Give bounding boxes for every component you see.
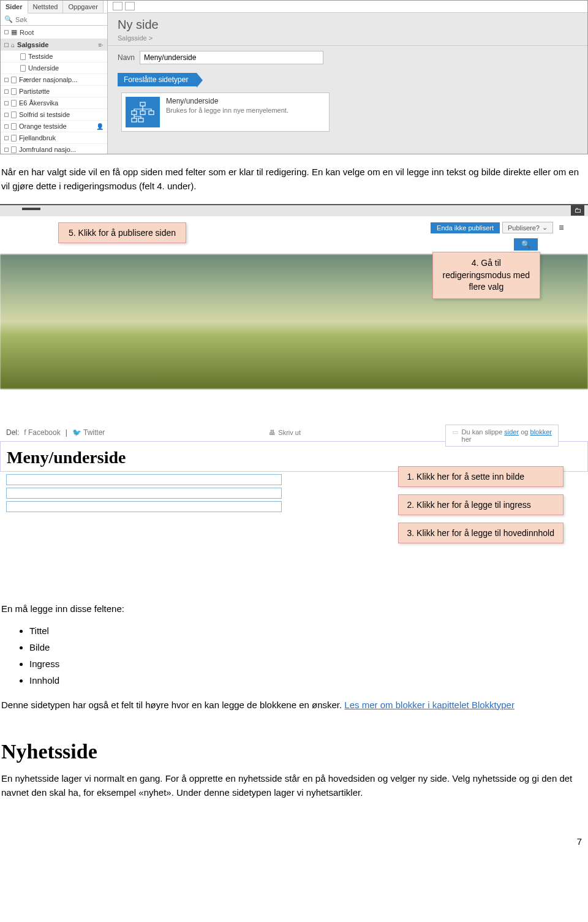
- callout-1: 1. Klikk her for å sette inn bilde: [398, 466, 564, 487]
- fields-list: Tittel Bilde Ingress Innhold: [0, 622, 588, 698]
- page-icon: [20, 65, 26, 72]
- tab-nettsted[interactable]: Nettsted: [28, 1, 64, 13]
- topbar: [108, 1, 587, 13]
- print-link[interactable]: 🖶Skriv ut: [269, 429, 301, 436]
- list-item: Bilde: [29, 639, 588, 656]
- twitter-link[interactable]: 🐦 Twitter: [72, 428, 105, 437]
- page-icon: [11, 77, 17, 83]
- callout-4: 4. Gå til redigeringsmodus med flere val…: [432, 252, 540, 299]
- tab-sider[interactable]: Sider: [1, 1, 28, 13]
- svg-rect-1: [132, 111, 137, 115]
- block-drop-zone[interactable]: ▭ Du kan slippe sider og blokker her: [445, 425, 559, 447]
- pin-icon[interactable]: [113, 2, 123, 10]
- page-icon: [11, 100, 17, 107]
- paragraph-intro: Når en har valgt side vil en få opp side…: [0, 154, 588, 204]
- tree-item[interactable]: Testside: [1, 51, 107, 62]
- search-button[interactable]: 🔍: [514, 238, 538, 251]
- callout-2: 2. Klikk her for å legge til ingress: [398, 494, 564, 515]
- page-icon: [11, 111, 17, 118]
- tree-item[interactable]: Partistøtte: [1, 86, 107, 97]
- list-item: Ingress: [29, 656, 588, 672]
- page-tree: ⌂ Salgsside ≡· Testside Underside Færder…: [1, 39, 107, 154]
- fields-intro: En må legge inn disse feltene:: [0, 590, 588, 622]
- list-item: Innhold: [29, 672, 588, 689]
- suggested-types-label: Foreslåtte sidetyper: [118, 73, 197, 86]
- sidetype-para: Denne sidetypen har også et felt til høy…: [0, 698, 588, 719]
- page-icon: [20, 53, 26, 60]
- svg-rect-3: [149, 111, 154, 115]
- page-number: 7: [0, 812, 588, 853]
- screenshot-new-page: Sider Nettsted Oppgaver 🔍 Søk ▦ Root ⌂ S…: [0, 0, 588, 154]
- type-info: Meny/underside Brukes for å legge inn ny…: [166, 97, 288, 127]
- page-icon: [11, 123, 17, 130]
- list-icon[interactable]: ≣: [556, 221, 567, 234]
- blokktyper-link[interactable]: Les mer om blokker i kapittelet Blokktyp…: [344, 700, 514, 710]
- publish-bar: Enda ikke publisert Publisere?⌄ ≣: [431, 221, 567, 234]
- svg-rect-4: [132, 118, 137, 122]
- tree-item[interactable]: Underside: [1, 62, 107, 74]
- search-row[interactable]: 🔍 Søk: [1, 13, 107, 26]
- content-field[interactable]: [6, 501, 282, 512]
- folder-icon[interactable]: 🗀: [571, 205, 584, 216]
- tab-oppgaver[interactable]: Oppgaver: [63, 1, 103, 13]
- type-desc: Brukes for å legge inn nye menyelement.: [166, 107, 288, 114]
- user-icon: 👤: [96, 123, 104, 130]
- print-icon: 🖶: [269, 429, 276, 436]
- search-icon: 🔍: [521, 240, 530, 249]
- right-panel: Ny side Salgsside > Navn Foreslåtte side…: [108, 1, 587, 154]
- list-item: Tittel: [29, 622, 588, 639]
- facebook-link[interactable]: f Facebook: [24, 428, 60, 437]
- svg-rect-5: [138, 118, 143, 122]
- publish-button[interactable]: Publisere?⌄: [502, 222, 553, 233]
- root-label: Root: [20, 29, 34, 36]
- search-icon: 🔍: [4, 15, 13, 23]
- new-page-title: Ny side: [108, 13, 587, 34]
- sider-link[interactable]: sider: [504, 428, 519, 436]
- tree-item[interactable]: Fjellandbruk: [1, 132, 107, 144]
- svg-rect-2: [140, 111, 145, 115]
- name-input[interactable]: [140, 51, 323, 64]
- tree-item[interactable]: Færder nasjonalp...: [1, 74, 107, 86]
- image-field[interactable]: [6, 474, 282, 485]
- page-icon: [11, 88, 17, 95]
- page-icon: [11, 135, 17, 142]
- tree-item-salgsside[interactable]: ⌂ Salgsside ≡·: [1, 39, 107, 51]
- heading-nyhetsside: Nyhetsside: [1, 740, 587, 763]
- blokker-link[interactable]: blokker: [530, 428, 552, 436]
- screenshot-edit-fields: Del: f Facebook | 🐦 Twitter 🖶Skriv ut ▭ …: [0, 425, 588, 590]
- breadcrumb[interactable]: Salgsside >: [108, 34, 587, 46]
- type-title: Meny/underside: [166, 97, 288, 105]
- page-type-card[interactable]: Meny/underside Brukes for å legge inn ny…: [121, 93, 330, 132]
- ingress-field[interactable]: [6, 488, 282, 499]
- nyhet-paragraph: En nyhetsside lager vi normalt en gang. …: [0, 772, 588, 812]
- screenshot-publish: 🗀 Enda ikke publisert Publisere?⌄ ≣ 🔍 5.…: [0, 204, 588, 425]
- callout-3: 3. Klikk her for å legge til hovedinnhol…: [398, 523, 564, 543]
- text-icon[interactable]: [125, 2, 135, 10]
- left-panel: Sider Nettsted Oppgaver 🔍 Søk ▦ Root ⌂ S…: [1, 1, 108, 154]
- tree-item[interactable]: Orange testside👤: [1, 121, 107, 132]
- page-icon: [11, 146, 17, 153]
- options-icon[interactable]: ≡·: [98, 42, 104, 48]
- sitemap-icon: [126, 97, 160, 127]
- search-placeholder: Søk: [15, 16, 28, 23]
- root-row[interactable]: ▦ Root: [1, 26, 107, 39]
- menu-dash-icon[interactable]: [22, 208, 40, 210]
- tree-item[interactable]: E6 Åkersvika: [1, 97, 107, 109]
- tree-item[interactable]: Jomfruland nasjo...: [1, 144, 107, 154]
- name-row: Navn: [108, 46, 587, 69]
- not-published-badge: Enda ikke publisert: [431, 222, 500, 233]
- home-icon: ⌂: [11, 42, 15, 48]
- name-label: Navn: [118, 53, 135, 62]
- tree-item[interactable]: Solfrid si testside: [1, 109, 107, 121]
- chevron-down-icon: ⌄: [542, 224, 548, 232]
- svg-rect-0: [140, 102, 145, 106]
- callout-5: 5. Klikk for å publisere siden: [58, 222, 186, 243]
- cms-tabs: Sider Nettsted Oppgaver: [1, 1, 107, 13]
